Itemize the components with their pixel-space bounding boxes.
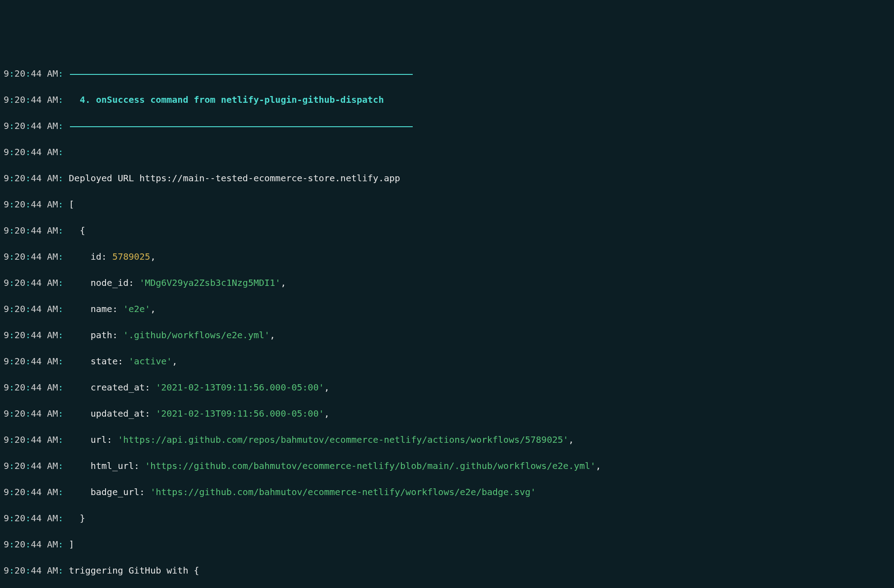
log-line: 9:20:44 AM: } <box>0 512 894 525</box>
log-timestamp: 9:20:44 AM: <box>4 408 64 419</box>
log-key: badge_url: <box>69 487 151 497</box>
log-timestamp: 9:20:44 AM: <box>4 565 64 576</box>
log-text: ] <box>69 539 74 550</box>
log-string: '2021-02-13T09:11:56.000-05:00' <box>156 382 324 393</box>
log-key: updated_at: <box>69 408 156 419</box>
log-timestamp: 9:20:44 AM: <box>4 251 64 262</box>
log-line-id: 9:20:44 AM: id: 5789025, <box>0 250 894 263</box>
deploy-log: 9:20:44 AM: 9:20:44 AM: 4. onSuccess com… <box>0 54 894 588</box>
log-timestamp: 9:20:44 AM: <box>4 356 64 367</box>
log-text: triggering GitHub with { <box>69 565 199 576</box>
log-line-html-url: 9:20:44 AM: html_url: 'https://github.co… <box>0 459 894 473</box>
log-line-blank: 9:20:44 AM: <box>0 146 894 159</box>
log-timestamp: 9:20:44 AM: <box>4 94 64 105</box>
log-key: state: <box>69 356 129 367</box>
log-timestamp: 9:20:44 AM: <box>4 147 64 157</box>
log-timestamp: 9:20:44 AM: <box>4 382 64 393</box>
log-string: 'https://github.com/bahmutov/ecommerce-n… <box>150 487 536 497</box>
log-string: '2021-02-13T09:11:56.000-05:00' <box>156 408 324 419</box>
log-key: path: <box>69 330 123 340</box>
log-text: [ <box>69 199 74 210</box>
log-timestamp: 9:20:44 AM: <box>4 513 64 524</box>
log-line-updated-at: 9:20:44 AM: updated_at: '2021-02-13T09:1… <box>0 407 894 420</box>
log-string: '.github/workflows/e2e.yml' <box>123 330 270 340</box>
log-line: 9:20:44 AM: ] <box>0 538 894 551</box>
log-timestamp: 9:20:44 AM: <box>4 330 64 340</box>
log-string: 'active' <box>129 356 172 367</box>
log-line-state: 9:20:44 AM: state: 'active', <box>0 355 894 368</box>
log-string: 'https://github.com/bahmutov/ecommerce-n… <box>145 460 595 471</box>
section-rule-icon <box>70 126 413 127</box>
log-line-rule-bottom: 9:20:44 AM: <box>0 119 894 133</box>
log-timestamp: 9:20:44 AM: <box>4 199 64 210</box>
log-timestamp: 9:20:44 AM: <box>4 68 64 79</box>
log-line-name: 9:20:44 AM: name: 'e2e', <box>0 303 894 316</box>
log-timestamp: 9:20:44 AM: <box>4 225 64 236</box>
log-line-triggering: 9:20:44 AM: triggering GitHub with { <box>0 564 894 577</box>
log-text: Deployed URL https://main--tested-ecomme… <box>69 173 401 184</box>
log-timestamp: 9:20:44 AM: <box>4 460 64 471</box>
log-string: 'e2e' <box>123 303 150 314</box>
log-timestamp: 9:20:44 AM: <box>4 173 64 184</box>
log-line-created-at: 9:20:44 AM: created_at: '2021-02-13T09:1… <box>0 381 894 394</box>
log-line-path: 9:20:44 AM: path: '.github/workflows/e2e… <box>0 329 894 342</box>
log-timestamp: 9:20:44 AM: <box>4 487 64 497</box>
log-string: 'https://api.github.com/repos/bahmutov/e… <box>118 434 568 445</box>
log-line-badge-url: 9:20:44 AM: badge_url: 'https://github.c… <box>0 486 894 499</box>
log-key: name: <box>69 303 123 314</box>
section-rule-icon <box>70 74 413 75</box>
log-number: 5789025 <box>112 251 150 262</box>
log-key: node_id: <box>69 277 140 288</box>
log-text: } <box>69 513 85 524</box>
log-line-deployed-url: 9:20:44 AM: Deployed URL https://main--t… <box>0 172 894 185</box>
log-key: html_url: <box>69 460 145 471</box>
log-line: 9:20:44 AM: { <box>0 224 894 237</box>
log-key: id: <box>69 251 112 262</box>
log-timestamp: 9:20:44 AM: <box>4 120 64 131</box>
log-key: created_at: <box>69 382 156 393</box>
log-timestamp: 9:20:44 AM: <box>4 277 64 288</box>
log-string: 'MDg6V29ya2Zsb3c1Nzg5MDI1' <box>139 277 281 288</box>
log-timestamp: 9:20:44 AM: <box>4 303 64 314</box>
log-line-url: 9:20:44 AM: url: 'https://api.github.com… <box>0 433 894 446</box>
log-line-rule-top: 9:20:44 AM: <box>0 67 894 80</box>
log-line: 9:20:44 AM: [ <box>0 198 894 211</box>
log-key: url: <box>69 434 118 445</box>
log-text: { <box>69 225 85 236</box>
log-line-node-id: 9:20:44 AM: node_id: 'MDg6V29ya2Zsb3c1Nz… <box>0 276 894 289</box>
log-timestamp: 9:20:44 AM: <box>4 539 64 550</box>
section-title: 4. onSuccess command from netlify-plugin… <box>69 94 384 105</box>
log-timestamp: 9:20:44 AM: <box>4 434 64 445</box>
log-line-section-title: 9:20:44 AM: 4. onSuccess command from ne… <box>0 93 894 106</box>
